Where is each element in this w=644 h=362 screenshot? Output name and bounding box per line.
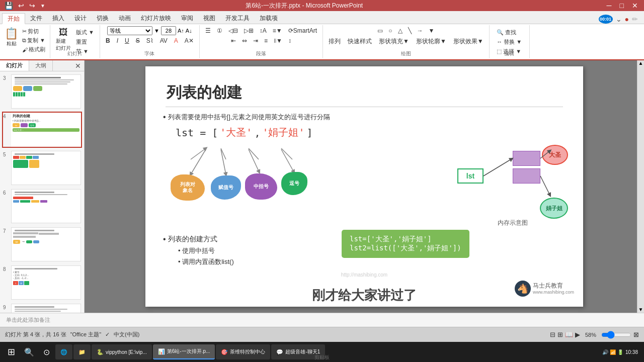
slide-title[interactable]: 列表的创建 xyxy=(167,82,242,103)
panel-tab-slides[interactable]: 幻灯片 xyxy=(0,60,29,71)
notes-placeholder[interactable]: 单击此处添加备注 xyxy=(6,316,50,324)
panel-close-btn[interactable]: ✕ xyxy=(72,61,84,71)
slide-thumb-6[interactable]: 6 xyxy=(2,188,82,224)
slide-main[interactable]: 列表的创建 • 列表需要使用中括号[],元素之间使用英文的逗号进行分隔 lst … xyxy=(145,66,583,307)
maximize-btn[interactable]: □ xyxy=(618,2,626,10)
italic-btn[interactable]: I xyxy=(114,36,121,45)
pen-btn[interactable]: ✏ xyxy=(632,15,638,23)
num-list-btn[interactable]: ① xyxy=(214,26,225,35)
tab-file[interactable]: 文件 xyxy=(25,13,47,24)
redo-quick-btn[interactable]: ↪ xyxy=(28,2,37,10)
slideshow-btn[interactable]: ▶ xyxy=(575,331,580,338)
tab-insert[interactable]: 插入 xyxy=(47,13,69,24)
slide-thumb-3[interactable]: 3 ▊▊▊▊▊ xyxy=(2,73,82,110)
help-btn[interactable]: ● xyxy=(625,15,629,23)
tab-dev[interactable]: 开发工具 xyxy=(220,13,255,24)
shape-line-btn[interactable]: ╲ xyxy=(406,26,414,35)
font-size-field[interactable]: ▼ xyxy=(154,28,159,34)
char-spacing-btn[interactable]: AV xyxy=(157,36,170,45)
line-spacing-btn[interactable]: ↕ xyxy=(286,36,294,45)
window-controls: ─ □ ✕ xyxy=(605,2,640,10)
ribbon-group-drawing: ▭ ○ △ ╲ → ▼ 排列 快速样式 形状填充▼ 形状轮廓▼ 形状效果▼ 绘图 xyxy=(323,25,490,58)
format-paint-btn[interactable]: 🖌格式刷 xyxy=(21,45,47,54)
save-quick-btn[interactable]: 💾 xyxy=(3,2,15,10)
shape-effect-btn[interactable]: 形状效果▼ xyxy=(451,36,486,47)
replace-btn[interactable]: ↔ 替换 ▼ xyxy=(495,38,523,46)
shape-more-btn[interactable]: ▼ xyxy=(426,26,437,35)
notes-bar[interactable]: 单击此处添加备注 xyxy=(0,313,644,327)
close-btn[interactable]: ✕ xyxy=(630,2,640,10)
panel-tab-outline[interactable]: 大纲 xyxy=(29,60,53,71)
qa-dropdown-btn[interactable]: ▼ xyxy=(39,3,47,9)
scroll-down-btn[interactable]: ▼ xyxy=(638,307,644,313)
underline-btn[interactable]: U xyxy=(122,36,132,45)
find-btn[interactable]: 🔍 查找 xyxy=(495,28,523,37)
slide-thumb-5[interactable]: 5 xyxy=(2,150,82,186)
vertical-scrollbar[interactable]: ▲ ▼ xyxy=(637,60,644,313)
title-bar: 💾 ↩ ↪ ▼ 第6站-一次排开.pptx - Microsoft PowerP… xyxy=(0,0,644,11)
shape-rect-btn[interactable]: ▭ xyxy=(375,26,385,35)
reset-btn[interactable]: 重置 xyxy=(74,38,96,46)
col-btn[interactable]: ⫴▼ xyxy=(271,36,285,45)
copy-btn[interactable]: ⧉复制 ▼ xyxy=(21,36,47,45)
scroll-up-btn[interactable]: ▲ xyxy=(638,60,644,66)
justify-btn[interactable]: ≡ xyxy=(262,36,270,45)
normal-view-btn[interactable]: ⊟ xyxy=(550,331,555,338)
slide-thumb-4[interactable]: 4 列表的创建 • 列表需要使用中括号[]... lst 逗号 lst=['大圣… xyxy=(2,112,82,148)
font-size-input[interactable] xyxy=(161,26,176,35)
font-family-select[interactable]: 等线 xyxy=(107,26,152,35)
tab-slideshow[interactable]: 幻灯片放映 xyxy=(136,13,176,24)
user-avatar[interactable]: 00:01 xyxy=(599,15,613,24)
slide-thumb-9[interactable]: 9 xyxy=(2,303,82,313)
bullet-2: • 列表的创建方式 xyxy=(163,235,217,244)
paste-btn[interactable]: 📋 粘贴 xyxy=(3,26,20,48)
tab-design[interactable]: 设计 xyxy=(69,13,92,24)
shape-outline-btn[interactable]: 形状轮廓▼ xyxy=(414,36,449,47)
align-text-btn[interactable]: ≡▼ xyxy=(270,26,285,35)
shadow-btn[interactable]: S⌇ xyxy=(144,36,156,45)
tab-transitions[interactable]: 切换 xyxy=(92,13,114,24)
slide-thumb-8[interactable]: 8 • 索引 - 正向: 0,1,2... - 反向: -1,-2... 大 娟 xyxy=(2,264,82,301)
indent-more-btn[interactable]: ▷⊞ xyxy=(242,26,256,35)
cut-btn[interactable]: ✂剪切 xyxy=(21,27,47,36)
bullet-list-btn[interactable]: ☰ xyxy=(203,26,213,35)
shape-tri-btn[interactable]: △ xyxy=(395,26,405,35)
align-right-btn[interactable]: ⇥ xyxy=(251,36,261,45)
smart-art-btn[interactable]: ⟳SmartArt xyxy=(286,26,319,35)
app-window: 💾 ↩ ↪ ▼ 第6站-一次排开.pptx - Microsoft PowerP… xyxy=(0,0,644,362)
ribbon-group-clipboard: 📋 粘贴 ✂剪切 ⧉复制 ▼ 🖌格式刷 剪贴板 xyxy=(0,25,50,58)
arrange-btn[interactable]: 排列 xyxy=(326,36,343,47)
ribbon-collapse-btn[interactable]: ⌄ xyxy=(616,15,622,23)
font-size-inc[interactable]: A↑ xyxy=(178,28,184,34)
font-color-btn[interactable]: A xyxy=(172,36,181,45)
reading-view-btn[interactable]: 📖 xyxy=(565,331,573,338)
shape-arr-btn[interactable]: → xyxy=(415,26,426,35)
bold-btn[interactable]: B xyxy=(103,36,113,45)
tab-review[interactable]: 审阅 xyxy=(176,13,198,24)
slide-canvas-area[interactable]: ▲ ▼ 列表的创建 • 列表需要使用中括号[],元素之间使用英文的逗号进行分隔 xyxy=(85,60,644,313)
slide-sorter-btn[interactable]: ⊞ xyxy=(557,331,563,338)
undo-quick-btn[interactable]: ↩ xyxy=(17,2,26,10)
quick-styles-btn[interactable]: 快速样式 xyxy=(345,36,374,47)
align-center-btn[interactable]: ⇔ xyxy=(239,36,250,45)
shape-fill-btn[interactable]: 形状填充▼ xyxy=(376,36,412,47)
mem-circle-juanzi: 娟子姐 xyxy=(540,198,568,219)
shape-oval-btn[interactable]: ○ xyxy=(386,26,394,35)
indent-less-btn[interactable]: ◁⊟ xyxy=(226,26,240,35)
zoom-slider[interactable] xyxy=(601,331,631,339)
layout-btn[interactable]: 版式 ▼ xyxy=(74,28,96,37)
tab-addins[interactable]: 加载项 xyxy=(255,13,283,24)
font-size-dec[interactable]: A↓ xyxy=(186,28,192,34)
slide-thumb-7[interactable]: 7 lst → xyxy=(2,226,82,262)
tab-view[interactable]: 视图 xyxy=(198,13,220,24)
fit-btn[interactable]: ⊠ xyxy=(633,331,639,338)
tab-home[interactable]: 开始 xyxy=(2,13,25,24)
minimize-btn[interactable]: ─ xyxy=(605,2,614,10)
tab-animations[interactable]: 动画 xyxy=(114,13,136,24)
strikethrough-btn[interactable]: S xyxy=(133,36,142,45)
text-direction-btn[interactable]: ↕A xyxy=(257,26,269,35)
code-box-line2: lst2=list(['大圣','娟子姐']) xyxy=(350,244,461,253)
clear-format-btn[interactable]: A✕ xyxy=(182,36,196,45)
ribbon-group-editing: 🔍 查找 ↔ 替换 ▼ ⬚ 选择 ▼ 编辑 xyxy=(490,25,530,58)
align-left-btn[interactable]: ⇤ xyxy=(228,36,238,45)
